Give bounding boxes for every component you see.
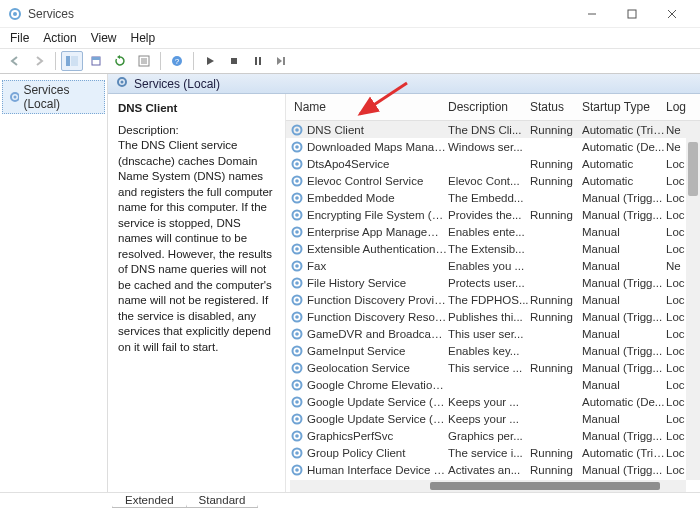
refresh-button[interactable] (109, 51, 131, 71)
show-hide-tree-button[interactable] (61, 51, 83, 71)
service-row[interactable]: Group Policy ClientThe service i...Runni… (286, 444, 700, 461)
svg-point-63 (295, 451, 299, 455)
pause-service-button[interactable] (247, 51, 269, 71)
service-row[interactable]: Downloaded Maps ManagerWindows ser...Aut… (286, 138, 700, 155)
horizontal-scroll-thumb[interactable] (430, 482, 660, 490)
svg-rect-18 (259, 57, 261, 65)
svg-point-53 (295, 366, 299, 370)
service-row[interactable]: DtsApo4ServiceRunningAutomaticLoc (286, 155, 700, 172)
svg-rect-19 (283, 57, 285, 65)
menu-action[interactable]: Action (43, 31, 76, 45)
vertical-scrollbar[interactable] (686, 124, 700, 480)
cell-description: This user ser... (448, 328, 530, 340)
help-button[interactable]: ? (166, 51, 188, 71)
cell-logon: Loc (666, 243, 688, 255)
service-row[interactable]: Google Update Service (gup...Keeps your … (286, 393, 700, 410)
cell-logon: Loc (666, 175, 688, 187)
minimize-button[interactable] (572, 0, 612, 28)
svg-rect-7 (71, 56, 78, 66)
gear-icon (290, 429, 304, 443)
gear-icon (290, 293, 304, 307)
svg-rect-3 (628, 10, 636, 18)
col-header-description[interactable]: Description (448, 100, 530, 114)
export-button[interactable] (85, 51, 107, 71)
pane-header-title: Services (Local) (134, 77, 220, 91)
service-row[interactable]: File History ServiceProtects user...Manu… (286, 274, 700, 291)
service-row[interactable]: Enterprise App Managemen...Enables ente.… (286, 223, 700, 240)
cell-startup: Manual (582, 379, 666, 391)
service-row[interactable]: GameInput ServiceEnables key...Manual (T… (286, 342, 700, 359)
svg-text:?: ? (175, 57, 180, 66)
svg-point-47 (295, 315, 299, 319)
service-row[interactable]: Elevoc Control ServiceElevoc Cont...Runn… (286, 172, 700, 189)
cell-description: The service i... (448, 447, 530, 459)
properties-button[interactable] (133, 51, 155, 71)
cell-logon: Loc (666, 379, 688, 391)
cell-description: Keeps your ... (448, 396, 530, 408)
service-row[interactable]: FaxEnables you ...ManualNe (286, 257, 700, 274)
col-header-logon[interactable]: Log (666, 100, 688, 114)
restart-service-button[interactable] (271, 51, 293, 71)
col-header-status[interactable]: Status (530, 100, 582, 114)
svg-point-61 (295, 434, 299, 438)
tab-extended[interactable]: Extended (112, 493, 187, 508)
cell-startup: Automatic (Trig... (582, 447, 666, 459)
cell-startup: Manual (Trigg... (582, 192, 666, 204)
service-row[interactable]: Geolocation ServiceThis service ...Runni… (286, 359, 700, 376)
window-title: Services (28, 7, 572, 21)
col-header-name[interactable]: Name (290, 100, 448, 114)
service-row[interactable]: Encrypting File System (EFS)Provides the… (286, 206, 700, 223)
cell-startup: Automatic (582, 175, 666, 187)
cell-startup: Automatic (De... (582, 141, 666, 153)
toolbar-divider (55, 52, 56, 70)
svg-point-43 (295, 281, 299, 285)
gear-icon (290, 140, 304, 154)
svg-rect-16 (231, 58, 237, 64)
menu-file[interactable]: File (10, 31, 29, 45)
service-row[interactable]: Extensible Authentication Pr...The Exten… (286, 240, 700, 257)
service-row[interactable]: Embedded ModeThe Embedd...Manual (Trigg.… (286, 189, 700, 206)
gear-icon (290, 208, 304, 222)
cell-name: Downloaded Maps Manager (307, 141, 448, 153)
maximize-button[interactable] (612, 0, 652, 28)
svg-point-39 (295, 247, 299, 251)
horizontal-scrollbar[interactable] (290, 480, 686, 492)
cell-startup: Manual (Trigg... (582, 277, 666, 289)
gear-icon (290, 361, 304, 375)
cell-startup: Manual (582, 413, 666, 425)
back-button[interactable] (4, 51, 26, 71)
menu-view[interactable]: View (91, 31, 117, 45)
forward-button[interactable] (28, 51, 50, 71)
col-header-startup[interactable]: Startup Type (582, 100, 666, 114)
close-button[interactable] (652, 0, 692, 28)
cell-logon: Loc (666, 396, 688, 408)
service-row[interactable]: Human Interface Device Serv...Activates … (286, 461, 700, 478)
service-row[interactable]: Google Update Service (gup...Keeps your … (286, 410, 700, 427)
service-row[interactable]: Google Chrome Elevation Se...ManualLoc (286, 376, 700, 393)
cell-logon: Loc (666, 362, 688, 374)
cell-startup: Manual (Trigg... (582, 464, 666, 476)
svg-point-45 (295, 298, 299, 302)
vertical-scroll-thumb[interactable] (688, 142, 698, 196)
svg-point-65 (295, 468, 299, 472)
description-panel: DNS Client Description: The DNS Client s… (108, 94, 286, 492)
tree-item-services-local[interactable]: Services (Local) (2, 80, 105, 114)
tab-standard[interactable]: Standard (186, 493, 259, 508)
svg-point-41 (295, 264, 299, 268)
description-label: Description: (118, 124, 275, 136)
service-row[interactable]: DNS ClientThe DNS Cli...RunningAutomatic… (286, 121, 700, 138)
start-service-button[interactable] (199, 51, 221, 71)
service-row[interactable]: GameDVR and Broadcast Us...This user ser… (286, 325, 700, 342)
menu-help[interactable]: Help (131, 31, 156, 45)
stop-service-button[interactable] (223, 51, 245, 71)
cell-status: Running (530, 124, 582, 136)
cell-name: GraphicsPerfSvc (307, 430, 448, 442)
cell-description: Publishes thi... (448, 311, 530, 323)
svg-point-25 (295, 128, 299, 132)
pane-header: Services (Local) (108, 74, 700, 94)
cell-name: GameDVR and Broadcast Us... (307, 328, 448, 340)
service-row[interactable]: Function Discovery Resourc...Publishes t… (286, 308, 700, 325)
service-row[interactable]: GraphicsPerfSvcGraphics per...Manual (Tr… (286, 427, 700, 444)
svg-point-59 (295, 417, 299, 421)
service-row[interactable]: Function Discovery Provider ...The FDPHO… (286, 291, 700, 308)
